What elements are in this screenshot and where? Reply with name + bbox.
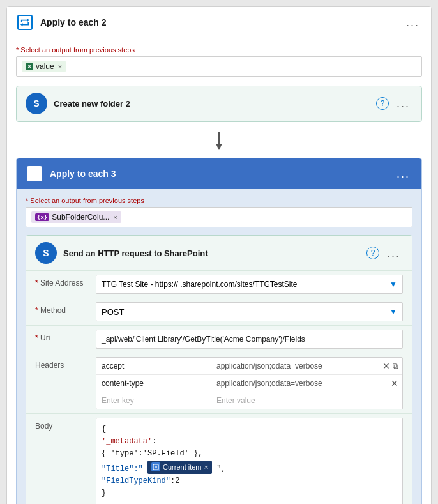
uri-input[interactable]: _api/web/'Client Library'/GetByTitle('Ac…	[96, 330, 403, 349]
method-value[interactable]: POST ▼	[96, 302, 403, 321]
headers-table: accept application/json;odata=verbose ✕ …	[96, 357, 403, 409]
body-row: Body { '_metadata': { 'type':'SP.Field' …	[26, 413, 412, 504]
svg-marker-3	[216, 144, 222, 150]
apply-each-2-menu[interactable]: ...	[404, 15, 422, 31]
headers-label: Headers	[35, 357, 96, 370]
current-item-icon	[151, 462, 160, 471]
header-row-1: accept application/json;odata=verbose ✕ …	[96, 358, 402, 375]
http-request-header: S Send an HTTP request to SharePoint ? .…	[26, 236, 412, 270]
subfolder-icon: {x}	[35, 213, 49, 221]
apply-each-3-menu[interactable]: ...	[394, 166, 412, 182]
header-actions-2: ✕	[387, 378, 402, 388]
header-delete-1[interactable]: ✕	[382, 361, 390, 371]
body-fieldtypekind: "FieldTypeKind"	[102, 477, 170, 485]
body-title-suffix: ",	[216, 464, 225, 473]
current-item-tag[interactable]: Current item ×	[147, 461, 212, 475]
header-actions-1: ✕ ⧉	[379, 361, 402, 371]
body-label: Body	[35, 418, 96, 431]
body-textarea[interactable]: { '_metadata': { 'type':'SP.Field' }, "T…	[96, 418, 403, 504]
current-item-label: Current item	[163, 462, 202, 473]
header-key-placeholder[interactable]: Enter key	[96, 392, 211, 409]
uri-value[interactable]: _api/web/'Client Library'/GetByTitle('Ac…	[96, 330, 403, 349]
header-val-2[interactable]: application/json;odata=verbose	[211, 375, 387, 392]
apply-each-2-body: * Select an output from previous steps X…	[7, 38, 431, 504]
apply-each-3-title: Apply to each 3	[50, 169, 394, 179]
method-row: Method POST ▼	[26, 298, 412, 325]
output-tag-input[interactable]: X value ×	[16, 56, 422, 77]
value-tag: X value ×	[22, 61, 66, 72]
apply-each-3-select-label: * Select an output from previous steps	[26, 197, 412, 204]
subfolder-tag-close[interactable]: ×	[113, 213, 117, 221]
body-line-5: "FieldTypeKind":2	[102, 475, 397, 487]
headers-value: accept application/json;odata=verbose ✕ …	[96, 357, 403, 409]
header-key-2[interactable]: content-type	[96, 375, 211, 392]
create-folder-help-icon[interactable]: ?	[376, 97, 389, 110]
method-select[interactable]: POST ▼	[96, 302, 403, 321]
create-folder-title: Create new folder 2	[54, 99, 376, 109]
body-line-4: "Title":" Current item ×	[102, 461, 397, 475]
apply-each-3-body: * Select an output from previous steps {…	[17, 189, 421, 504]
select-output-label: * Select an output from previous steps	[16, 46, 422, 54]
body-line-6: }	[102, 487, 397, 500]
header-row-2: content-type application/json;odata=verb…	[96, 375, 402, 392]
body-value[interactable]: { '_metadata': { 'type':'SP.Field' }, "T…	[96, 418, 403, 504]
body-metadata-key: '_metadata'	[102, 437, 152, 446]
site-address-row: Site Address TTG Test Site - https:// .s…	[26, 270, 412, 298]
svg-marker-5	[30, 174, 33, 178]
value-tag-close[interactable]: ×	[58, 63, 62, 70]
create-folder-icon: S	[26, 93, 47, 114]
body-line-2: '_metadata':	[102, 436, 397, 448]
create-folder-menu[interactable]: ...	[394, 96, 412, 112]
create-folder-header: S Create new folder 2 ? ...	[17, 86, 421, 121]
header-key-1[interactable]: accept	[96, 358, 211, 374]
subfolder-tag-input[interactable]: {x} SubFolderColu... ×	[26, 207, 412, 227]
method-text: POST	[102, 307, 124, 317]
http-request-menu[interactable]: ...	[384, 245, 403, 261]
svg-marker-4	[37, 170, 40, 173]
http-request-help-icon[interactable]: ?	[366, 247, 379, 259]
header-val-placeholder[interactable]: Enter value	[211, 392, 402, 409]
current-item-close[interactable]: ×	[204, 462, 208, 473]
http-request-icon: S	[35, 242, 57, 264]
method-arrow: ▼	[389, 307, 397, 316]
apply-to-each-2-header: Apply to each 2 ...	[7, 7, 431, 38]
header-val-1[interactable]: application/json;odata=verbose	[211, 358, 379, 374]
value-tag-label: value	[36, 62, 54, 71]
subfolder-tag-label: SubFolderColu...	[52, 213, 109, 222]
apply-each-2-title: Apply to each 2	[40, 17, 404, 27]
site-address-text: TTG Test Site - https:// .sharepoint.com…	[102, 280, 298, 289]
site-address-value[interactable]: TTG Test Site - https:// .sharepoint.com…	[96, 275, 403, 294]
header-copy-1[interactable]: ⧉	[393, 362, 398, 370]
uri-text: _api/web/'Client Library'/GetByTitle('Ac…	[102, 335, 305, 344]
body-title-key: "Title":"	[102, 464, 143, 473]
apply-each-3-icon-wrap	[26, 165, 43, 183]
excel-icon: X	[26, 63, 33, 70]
http-request-title: Send an HTTP request to SharePoint	[63, 248, 366, 258]
uri-label: Uri	[35, 330, 96, 342]
uri-row: Uri _api/web/'Client Library'/GetByTitle…	[26, 325, 412, 353]
arrow-connector	[16, 128, 422, 155]
apply-each-3-header: Apply to each 3 ...	[17, 158, 421, 189]
site-address-label: Site Address	[35, 275, 96, 287]
apply-to-each-3-card: Apply to each 3 ... * Select an output f…	[16, 158, 422, 504]
svg-marker-1	[20, 23, 23, 26]
subfolder-tag: {x} SubFolderColu... ×	[31, 211, 121, 223]
svg-marker-0	[27, 19, 30, 22]
create-folder-card: S Create new folder 2 ? ...	[16, 86, 422, 122]
headers-row: Headers accept application/json;odata=ve…	[26, 353, 412, 413]
body-line-3: { 'type':'SP.Field' },	[102, 448, 397, 460]
apply-each-2-icon	[16, 13, 34, 31]
loop-icon	[17, 15, 33, 30]
method-label: Method	[35, 302, 96, 315]
site-address-select[interactable]: TTG Test Site - https:// .sharepoint.com…	[96, 275, 403, 294]
apply-to-each-2-card: Apply to each 2 ... * Select an output f…	[6, 6, 432, 504]
body-line-1: {	[102, 424, 397, 436]
loop-icon-3	[27, 166, 42, 181]
http-request-card: S Send an HTTP request to SharePoint ? .…	[26, 235, 412, 504]
header-delete-2[interactable]: ✕	[391, 378, 398, 388]
header-row-empty: Enter key Enter value	[96, 392, 402, 409]
site-address-arrow: ▼	[389, 280, 397, 289]
